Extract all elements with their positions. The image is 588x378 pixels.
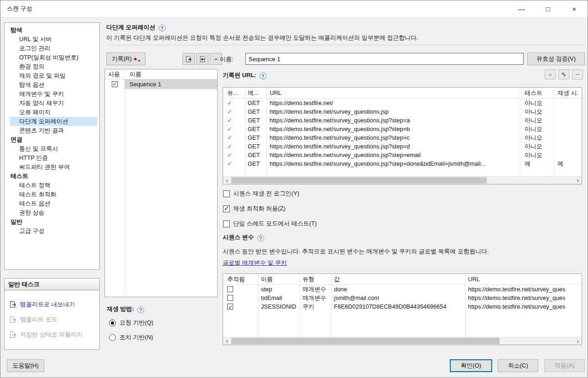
sidebar-item[interactable]: 권한 상승 [10, 208, 97, 217]
scroll-right-icon[interactable]: › [574, 177, 582, 184]
divider [106, 45, 585, 45]
sidebar-item[interactable]: 콘텐츠 기반 결과 [10, 126, 97, 135]
tracked-checkbox[interactable] [227, 304, 233, 310]
sidebar-item-label: 권한 상승 [19, 209, 45, 216]
sidebar-item[interactable]: 환경 정의 [10, 62, 97, 71]
column-divider [124, 69, 125, 297]
tracked-checkbox[interactable] [227, 286, 233, 292]
sidebar-item-label: 콘텐츠 기반 결과 [19, 127, 64, 134]
minimize-button[interactable]: — [508, 0, 535, 17]
scroll-right-icon[interactable]: › [574, 337, 582, 345]
url-table-row[interactable]: ✓ GET https://demo.testfire.net/survey_q… [223, 133, 582, 142]
export-sequence-button[interactable] [182, 53, 195, 65]
scrollbar-thumb[interactable] [231, 177, 487, 184]
sidebar-item[interactable]: 테스트 정책 [10, 181, 97, 190]
option-checkbox[interactable] [223, 190, 230, 197]
task-item[interactable]: 템플리트 로드 [5, 312, 99, 327]
sidebar-item[interactable]: URL 및 서버 [10, 35, 97, 44]
url-table-row[interactable]: ✓ GET https://demo.testfire.net/survey_q… [223, 125, 582, 133]
url-table-row[interactable]: ✓ GET https://demo.testfire.net/survey_q… [223, 142, 582, 151]
sidebar-item[interactable]: 써드파티 권한 부여 [10, 163, 97, 172]
sequence-enabled-checkbox[interactable] [112, 81, 118, 87]
task-item[interactable]: 템플리트로 내보내기 [5, 297, 99, 312]
option-row[interactable]: 단일 스레드 모드에서 테스트(T) [223, 220, 317, 228]
sidebar-item[interactable]: 고급 구성 [10, 226, 97, 236]
help-button[interactable]: 도움말(H) [7, 359, 44, 372]
url-test-value: 아니오 [521, 151, 554, 159]
close-button[interactable]: × [561, 0, 588, 17]
tracked-checkbox[interactable] [227, 295, 233, 301]
sequence-name-input[interactable] [245, 53, 524, 65]
template-document-icon [9, 316, 16, 323]
sidebar-item[interactable]: 통신 및 프록시 [10, 144, 97, 153]
sidebar-item-label: 다단계 오퍼레이션 [19, 118, 68, 125]
option-row[interactable]: 재생 최적화 허용(Z) [223, 205, 286, 213]
radio-button[interactable] [109, 334, 116, 341]
url-table-row[interactable]: ✓ GET https://demo.testfire.net/ 아니오 [223, 99, 582, 107]
cancel-button[interactable]: 취소(C) [498, 359, 538, 372]
sidebar-item[interactable]: 테스트 옵션 [10, 199, 97, 208]
option-checkbox[interactable] [223, 220, 230, 227]
scrollbar-thumb[interactable] [231, 338, 500, 344]
status-ok-icon: ✓ [223, 99, 245, 107]
column-divider [266, 88, 267, 184]
sidebar-item-label: 고급 구성 [19, 227, 45, 234]
scroll-left-icon[interactable]: ‹ [223, 177, 231, 184]
help-icon[interactable]: ? [137, 306, 144, 313]
variable-name: txtEmail [258, 294, 300, 302]
sidebar-item[interactable]: 로그인 관리 [10, 44, 97, 53]
col-use: 사용 [105, 69, 124, 79]
variable-row[interactable]: step 매개변수 done https://demo.testfire.net… [223, 285, 582, 294]
variables-table-hscrollbar[interactable]: ‹ › [223, 337, 582, 345]
sidebar-item[interactable]: 탐색 [10, 26, 97, 35]
scan-config-dialog: 스캔 구성 — □ × 탐색 URL 및 서버 로그인 관리 OTP(일회성 비… [0, 0, 588, 378]
import-sequence-button[interactable] [196, 53, 208, 65]
sequence-row[interactable]: Sequence 1 [105, 79, 217, 89]
sidebar-item[interactable]: OTP(일회성 비밀번호) [10, 53, 97, 62]
help-icon[interactable]: ? [159, 25, 166, 31]
variable-url: https://demo.testfire.net/survey_ques [465, 302, 582, 311]
help-icon[interactable]: ? [260, 73, 266, 79]
sidebar-item-label: 자동 양식 채우기 [19, 100, 64, 106]
sidebar-item[interactable]: 자동 양식 채우기 [10, 99, 97, 108]
variable-row[interactable]: JSESSIONID 쿠키 F6E6D029107D8ECB49D0B44354… [223, 302, 582, 311]
url-table-hscrollbar[interactable]: ‹ › [223, 176, 582, 184]
record-button[interactable]: 기록(R) ● ▾ [106, 52, 146, 65]
sidebar-item[interactable]: 오류 페이지 [10, 108, 97, 117]
edit-url-button[interactable]: ✎ [558, 69, 569, 79]
sidebar-item[interactable]: 테스트 최적화 [10, 190, 97, 199]
url-test-value: 아니오 [521, 116, 554, 125]
validate-button[interactable]: 유효성 검증(V) [527, 52, 585, 65]
url-method: GET [245, 116, 266, 125]
scroll-left-icon[interactable]: ‹ [223, 337, 231, 345]
ok-button[interactable]: 확인(O) [450, 359, 492, 372]
sidebar-item[interactable]: 다단계 오퍼레이션 [10, 117, 97, 126]
maximize-button[interactable]: □ [535, 0, 561, 17]
sidebar-item[interactable]: 탐색 옵션 [10, 80, 97, 89]
playback-option[interactable]: 요청 기반(Q) [109, 319, 153, 327]
option-row[interactable]: 시퀀스 재생 전 로그인(Y) [223, 189, 299, 198]
sidebar-item[interactable]: 연결 [10, 135, 97, 144]
url-table-header: 유... 메... URL 테스트 재생 시. [223, 88, 582, 99]
url-replay-value: 예 [554, 159, 582, 168]
col-status: 유... [223, 88, 245, 98]
sidebar-item[interactable]: 일반 [10, 217, 97, 226]
sidebar-item[interactable]: HTTP 인증 [10, 153, 97, 163]
remove-url-button[interactable]: − [572, 69, 583, 79]
url-table-row[interactable]: ✓ GET https://demo.testfire.net/survey_q… [223, 151, 582, 159]
sidebar-item[interactable]: 매개변수 및 쿠키 [10, 89, 97, 99]
task-item[interactable]: 저장된 상태로 되돌리기 [5, 327, 99, 342]
url-table-row[interactable]: ✓ GET https://demo.testfire.net/survey_q… [223, 159, 582, 168]
url-table-row[interactable]: ✓ GET https://demo.testfire.net/survey_q… [223, 107, 582, 116]
radio-button[interactable] [109, 320, 116, 326]
variable-row[interactable]: txtEmail 매개변수 jsmith@mail.com https://de… [223, 294, 582, 302]
col-tracked: 추적됨 [223, 274, 258, 284]
url-method: GET [245, 133, 266, 142]
url-table-row[interactable]: ✓ GET https://demo.testfire.net/survey_q… [223, 116, 582, 125]
sidebar-item[interactable]: 제외 경로 및 파일 [10, 71, 97, 80]
sidebar-item[interactable]: 테스트 [10, 172, 97, 181]
global-parameters-link[interactable]: 글로벌 매개변수 및 쿠키 [223, 259, 287, 267]
option-checkbox[interactable] [223, 205, 230, 212]
help-icon[interactable]: ? [257, 235, 264, 242]
playback-option[interactable]: 조치 기반(N) [109, 333, 153, 341]
